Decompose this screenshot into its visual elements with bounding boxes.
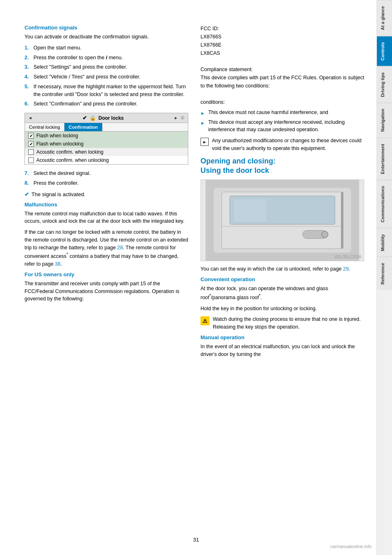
svg-rect-4 <box>234 199 266 222</box>
checkbox-flash-locking[interactable]: ✔ <box>28 133 34 139</box>
manual-op-text: In the event of an electrical malfunctio… <box>200 343 364 358</box>
signal-activated-line: ✔ The signal is activated. <box>24 191 188 197</box>
image-label-code: VEL/35LC/05A <box>334 255 361 259</box>
caution-icon: ⚠ <box>200 316 209 325</box>
page-number: 31 <box>193 537 199 543</box>
option-flash-unlocking: ✔ Flash when unlocking <box>25 140 188 148</box>
widget-nav-left[interactable]: ◄ <box>28 116 32 120</box>
link-page38[interactable]: 38 <box>55 261 60 267</box>
widget-door-locks-label: Door locks <box>98 115 124 121</box>
notice-icon: ► <box>200 138 209 146</box>
main-content: Confirmation signals You can activate or… <box>0 0 376 555</box>
checkbox-acoustic-unlocking[interactable] <box>28 157 34 163</box>
step-2: 2. Press the controller to open the i me… <box>24 54 188 62</box>
sidebar-tab-mobility[interactable]: Mobility <box>377 228 392 257</box>
convenient-operation-section: Convenient operation At the door lock, y… <box>200 276 364 331</box>
malfunctions-para1: The remote control may malfunction due t… <box>24 210 188 226</box>
option-acoustic-locking: Acoustic confirm. when locking <box>25 148 188 156</box>
step-6: 6. Select "Confirmation" and press the c… <box>24 100 188 108</box>
door-locks-widget: ◄ ✔ 🔒 Door locks ► ① Central locking <box>24 113 188 165</box>
signal-activated-text: The signal is activated. <box>31 191 85 197</box>
option-flash-locking-label: Flash when locking <box>36 133 78 139</box>
fcc-bullet-1-text: This device must not cause harmful inter… <box>208 109 328 117</box>
sidebar-tab-navigation[interactable]: Navigation <box>377 103 392 137</box>
sidebar: At a glance Controls Driving tips Naviga… <box>376 0 392 555</box>
confirmation-tab[interactable]: Confirmation <box>65 123 102 131</box>
checkmark-icon: ✔ <box>24 191 29 197</box>
widget-options: ✔ Flash when locking ✔ Flash when unlock… <box>25 132 188 164</box>
confirmation-signals-intro: You can activate or deactivate the confi… <box>24 33 188 41</box>
convenient-operation-title: Convenient operation <box>200 276 364 282</box>
compliance-text: This device complies with part 15 of the… <box>200 74 364 90</box>
convenient-op-text1: At the door lock, you can operate the wi… <box>200 285 364 302</box>
fcc-notice-box: ► Any unauthorized modifications or chan… <box>200 137 364 152</box>
caution-box: ⚠ Watch during the closing process to en… <box>200 316 364 331</box>
step-3: 3. Select "Settings" and press the contr… <box>24 63 188 71</box>
door-lock-image: VEL/35LC/05A <box>200 179 364 261</box>
sidebar-tab-at-a-glance[interactable]: At a glance <box>377 0 392 36</box>
sidebar-tab-reference[interactable]: Reference <box>377 257 392 290</box>
door-lock-caption: You can set the way in which the car is … <box>200 265 364 273</box>
sidebar-tab-controls[interactable]: Controls <box>377 36 392 66</box>
option-acoustic-unlocking-label: Acoustic confirm. when unlocking <box>36 157 109 163</box>
central-locking-tab[interactable]: Central locking <box>25 123 65 131</box>
svg-point-7 <box>322 231 328 238</box>
widget-header: ◄ ✔ 🔒 Door locks ► ① <box>25 113 188 123</box>
fcc-bullet-1: ► This device must not cause harmful int… <box>200 109 364 117</box>
fcc-bullet-2-text: This device must accept any interference… <box>208 119 364 134</box>
option-flash-unlocking-label: Flash when unlocking <box>36 141 83 147</box>
widget-nav-right[interactable]: ► <box>174 116 178 120</box>
conditions-label: conditions: <box>200 98 364 106</box>
confirmation-signals-section: Confirmation signals You can activate or… <box>24 25 188 197</box>
sidebar-tab-entertainment[interactable]: Entertainment <box>377 138 392 180</box>
checkbox-acoustic-locking[interactable] <box>28 149 34 155</box>
opening-closing-title: Opening and closing:Using the door lock <box>200 157 364 176</box>
malfunctions-title: Malfunctions <box>24 201 188 208</box>
us-owners-para1: The transmitter and receiver units compl… <box>24 280 188 303</box>
manual-operation-title: Manual operation <box>200 334 364 340</box>
malfunctions-para2: If the car can no longer be locked with … <box>24 228 188 268</box>
option-acoustic-locking-label: Acoustic confirm. when locking <box>36 149 103 155</box>
fcc-bullet-2: ► This device must accept any interferen… <box>200 119 364 134</box>
link-page29[interactable]: 29 <box>343 266 349 272</box>
left-column: Confirmation signals You can activate or… <box>24 25 188 539</box>
door-image-svg <box>201 180 364 261</box>
step-5: 5. If necessary, move the highlight mark… <box>24 83 188 98</box>
confirmation-signals-title: Confirmation signals <box>24 25 188 31</box>
compliance-label: Compliance statement: <box>200 65 364 74</box>
bullet-arrow-1: ► <box>200 110 205 117</box>
step-7: 7. Select the desired signal. <box>24 170 188 177</box>
malfunctions-section: Malfunctions The remote control may malf… <box>24 201 188 268</box>
fcc-notice-text: Any unauthorized modifications or change… <box>212 137 364 152</box>
fcc-bullets: ► This device must not cause harmful int… <box>200 109 364 134</box>
sidebar-tab-driving-tips[interactable]: Driving tips <box>377 66 392 103</box>
fcc-id-values: LX8766SLX8766ELX8CAS <box>200 33 364 57</box>
step-8: 8. Press the controller. <box>24 179 188 187</box>
widget-tabs: Central locking Confirmation <box>25 123 188 132</box>
bullet-arrow-2: ► <box>200 120 205 134</box>
manual-operation-section: Manual operation In the event of an elec… <box>200 334 364 358</box>
checkbox-flash-unlocking[interactable]: ✔ <box>28 141 34 147</box>
widget-lock-icon: 🔒 <box>89 115 96 121</box>
svg-rect-8 <box>341 192 343 249</box>
us-owners-section: For US owners only The transmitter and r… <box>24 271 188 303</box>
page-container: Confirmation signals You can activate or… <box>0 0 392 555</box>
fcc-section: FCC ID: LX8766SLX8766ELX8CAS Compliance … <box>200 25 364 152</box>
steps-list-2: 7. Select the desired signal. 8. Press t… <box>24 170 188 187</box>
caution-text: Watch during the closing process to ensu… <box>213 316 364 331</box>
step-4: 4. Select "Vehicle / Tires" and press th… <box>24 73 188 81</box>
step-1: 1. Open the start menu. <box>24 44 188 52</box>
steps-list-1: 1. Open the start menu. 2. Press the con… <box>24 44 188 108</box>
opening-closing-section: Opening and closing:Using the door lock <box>200 157 364 358</box>
widget-header-center: ✔ 🔒 Door locks <box>82 115 124 121</box>
us-owners-title: For US owners only <box>24 271 188 278</box>
sidebar-tab-communications[interactable]: Communications <box>377 180 392 228</box>
convenient-op-text2: Hold the key in the position for unlocki… <box>200 305 364 313</box>
fcc-id-label: FCC ID: <box>200 25 364 33</box>
option-flash-locking: ✔ Flash when locking <box>25 132 188 140</box>
widget-index: ① <box>180 115 185 121</box>
option-acoustic-unlocking: Acoustic confirm. when unlocking <box>25 156 188 164</box>
right-column: FCC ID: LX8766SLX8766ELX8CAS Compliance … <box>200 25 364 539</box>
link-page28[interactable]: 28 <box>117 245 123 251</box>
watermark: carmanualonline.info <box>330 544 372 549</box>
